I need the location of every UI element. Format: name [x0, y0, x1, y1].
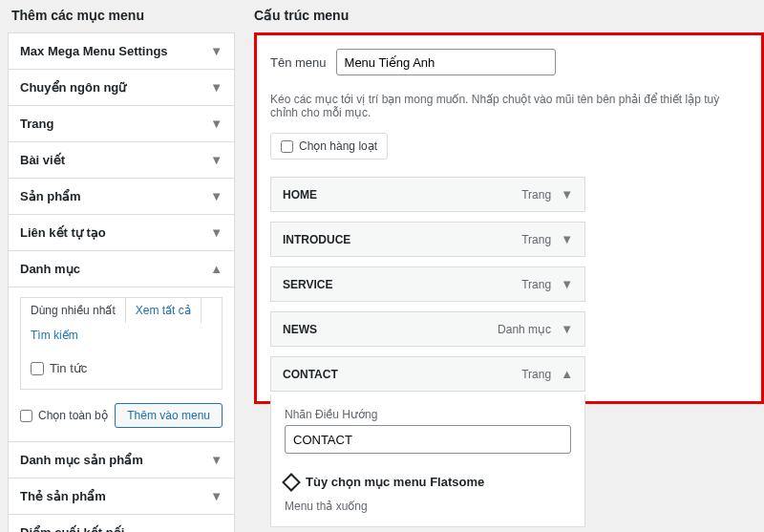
structure-title: Cấu trúc menu	[254, 0, 764, 32]
menu-item-contact[interactable]: CONTACT Trang▲	[270, 356, 585, 392]
tab-most-used[interactable]: Dùng nhiều nhất	[21, 298, 126, 323]
chevron-down-icon: ▼	[210, 225, 223, 240]
chevron-down-icon[interactable]: ▼	[561, 232, 573, 246]
chevron-down-icon: ▼	[210, 189, 223, 203]
menu-name-input[interactable]	[336, 49, 556, 75]
acc-products[interactable]: Sản phẩm▼	[9, 179, 234, 215]
menu-items-list: HOME Trang▼ INTRODUCE Trang▼ SERVICE Tra…	[270, 177, 748, 392]
menu-item-news[interactable]: NEWS Danh mục▼	[270, 311, 585, 347]
menu-item-home[interactable]: HOME Trang▼	[270, 177, 585, 212]
chevron-down-icon: ▼	[210, 44, 223, 58]
tab-view-all[interactable]: Xem tất cả	[126, 298, 202, 323]
categories-body: Dùng nhiều nhất Xem tất cả Tìm kiếm Tin …	[9, 287, 234, 441]
save-bar: Lưu menu ↖ Xóa menu	[254, 527, 764, 532]
chevron-down-icon: ▼	[210, 489, 223, 503]
acc-product-categories[interactable]: Danh mục sản phẩm▼	[9, 442, 234, 479]
chevron-down-icon[interactable]: ▼	[561, 277, 573, 291]
accordion-container: Max Mega Menu Settings▼ Chuyển ngôn ngữ▼…	[8, 32, 235, 532]
menu-structure-column: Cấu trúc menu Tên menu Kéo các mục tới v…	[254, 0, 764, 532]
add-menu-items-column: Thêm các mục menu Max Mega Menu Settings…	[0, 0, 235, 532]
bulk-select-checkbox[interactable]	[281, 140, 293, 153]
acc-custom-links[interactable]: Liên kết tự tạo▼	[9, 215, 234, 251]
acc-woocommerce-endpoints[interactable]: Điểm cuối kết nối WooCommerce▼	[9, 515, 234, 532]
chevron-down-icon: ▼	[210, 80, 223, 95]
nav-label-input[interactable]	[285, 425, 571, 454]
chevron-down-icon: ▼	[210, 153, 223, 167]
dropdown-sublabel: Menu thả xuống	[285, 500, 368, 513]
tab-search[interactable]: Tìm kiếm	[21, 323, 88, 348]
select-all-checkbox[interactable]	[20, 410, 32, 422]
acc-posts[interactable]: Bài viết▼	[9, 142, 234, 179]
menu-name-label: Tên menu	[270, 55, 327, 70]
chevron-down-icon[interactable]: ▼	[561, 187, 573, 202]
flatsome-options-heading: Tùy chọn mục menu Flatsome	[285, 475, 571, 489]
menu-item-service[interactable]: SERVICE Trang▼	[270, 266, 585, 302]
checklist-item[interactable]: Tin tức	[31, 357, 212, 379]
diamond-icon	[282, 473, 301, 492]
drag-hint: Kéo các mục tới vị trí bạn mong muốn. Nh…	[270, 93, 748, 119]
acc-language[interactable]: Chuyển ngôn ngữ▼	[9, 70, 234, 106]
category-tabs: Dùng nhiều nhất Xem tất cả Tìm kiếm	[20, 297, 223, 348]
category-panel: Tin tức	[20, 348, 223, 390]
add-items-title: Thêm các mục menu	[0, 0, 235, 32]
acc-categories: Danh mục▲ Dùng nhiều nhất Xem tất cả Tìm…	[9, 251, 234, 442]
highlight-box: Tên menu Kéo các mục tới vị trí bạn mong…	[254, 32, 764, 404]
nav-label-title: Nhãn Điều Hướng	[285, 408, 571, 421]
chevron-down-icon[interactable]: ▼	[561, 322, 573, 336]
acc-product-tags[interactable]: Thẻ sản phẩm▼	[9, 479, 234, 515]
add-to-menu-button[interactable]: Thêm vào menu	[115, 403, 223, 428]
menu-item-introduce[interactable]: INTRODUCE Trang▼	[270, 222, 585, 257]
menu-name-row: Tên menu	[270, 49, 748, 75]
categories-footer: Chọn toàn bộ Thêm vào menu	[20, 390, 223, 428]
select-all[interactable]: Chọn toàn bộ	[20, 409, 108, 422]
chevron-down-icon: ▼	[210, 453, 223, 467]
menu-item-contact-panel: Nhãn Điều Hướng Tùy chọn mục menu Flatso…	[270, 394, 585, 527]
acc-pages[interactable]: Trang▼	[9, 106, 234, 142]
acc-max-mega[interactable]: Max Mega Menu Settings▼	[9, 33, 234, 70]
chevron-up-icon[interactable]: ▲	[561, 367, 573, 381]
chevron-up-icon: ▲	[210, 262, 223, 276]
chevron-down-icon: ▼	[210, 117, 223, 131]
bulk-select[interactable]: Chọn hàng loạt	[270, 133, 388, 160]
checklist-checkbox[interactable]	[31, 362, 44, 375]
